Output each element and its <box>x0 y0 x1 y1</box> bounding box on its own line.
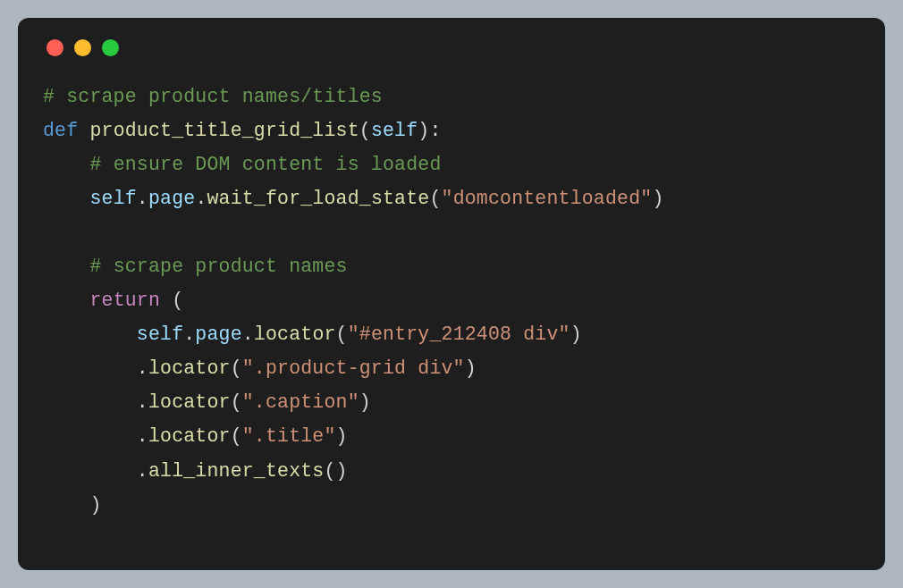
method-all-inner-texts: all_inner_texts <box>148 460 325 482</box>
dot: . <box>137 188 148 209</box>
chain-dot: . <box>43 425 148 447</box>
dot: . <box>183 323 195 345</box>
window-controls <box>46 39 860 56</box>
keyword-return: return <box>89 290 160 311</box>
indent <box>43 290 89 311</box>
paren-open: ( <box>231 391 242 413</box>
paren-open: ( <box>231 357 242 379</box>
maximize-window-button[interactable] <box>102 39 119 56</box>
chain-dot: . <box>43 357 148 379</box>
chain-dot: . <box>43 460 148 482</box>
comment-line: # scrape product names <box>89 256 347 277</box>
close-window-button[interactable] <box>46 39 63 56</box>
code-block[interactable]: # scrape product names/titles def produc… <box>43 80 860 522</box>
indent <box>43 494 89 516</box>
paren-open: ( <box>429 188 441 209</box>
var-page: page <box>195 323 241 345</box>
var-self: self <box>89 188 136 209</box>
paren-close: ) <box>359 391 371 413</box>
string-literal: ".product-grid div" <box>242 357 465 379</box>
paren-close: ) <box>652 188 663 209</box>
indent <box>43 323 137 345</box>
paren-close: ) <box>89 494 101 516</box>
dot: . <box>195 188 207 209</box>
var-self: self <box>137 323 183 345</box>
paren-open: ( <box>336 323 348 345</box>
indent <box>43 188 89 209</box>
paren-close: ) <box>465 357 477 379</box>
method-locator: locator <box>254 323 336 345</box>
keyword-def: def <box>43 120 78 141</box>
string-literal: ".title" <box>242 425 336 447</box>
string-literal: "domcontentloaded" <box>442 188 653 209</box>
paren-open: ( <box>160 290 183 311</box>
function-name: product_title_grid_list <box>89 120 359 141</box>
indent <box>43 154 89 175</box>
var-page: page <box>148 188 195 209</box>
paren-close-colon: ): <box>418 120 441 141</box>
paren-close: ) <box>336 425 348 447</box>
paren-close: ) <box>570 323 582 345</box>
code-editor-window: # scrape product names/titles def produc… <box>18 18 885 570</box>
string-literal: ".caption" <box>242 391 359 413</box>
dot: . <box>242 323 254 345</box>
param-self: self <box>371 120 418 141</box>
chain-dot: . <box>43 391 148 413</box>
minimize-window-button[interactable] <box>74 39 91 56</box>
paren-open: ( <box>359 120 371 141</box>
paren-pair: () <box>324 460 347 482</box>
string-literal: "#entry_212408 div" <box>348 323 570 345</box>
method-locator: locator <box>148 391 231 413</box>
indent <box>43 256 89 277</box>
comment-line: # ensure DOM content is loaded <box>89 154 441 175</box>
comment-line: # scrape product names/titles <box>43 86 383 107</box>
paren-open: ( <box>231 425 242 447</box>
method-wait: wait_for_load_state <box>207 188 429 209</box>
method-locator: locator <box>148 425 231 447</box>
method-locator: locator <box>148 357 231 379</box>
